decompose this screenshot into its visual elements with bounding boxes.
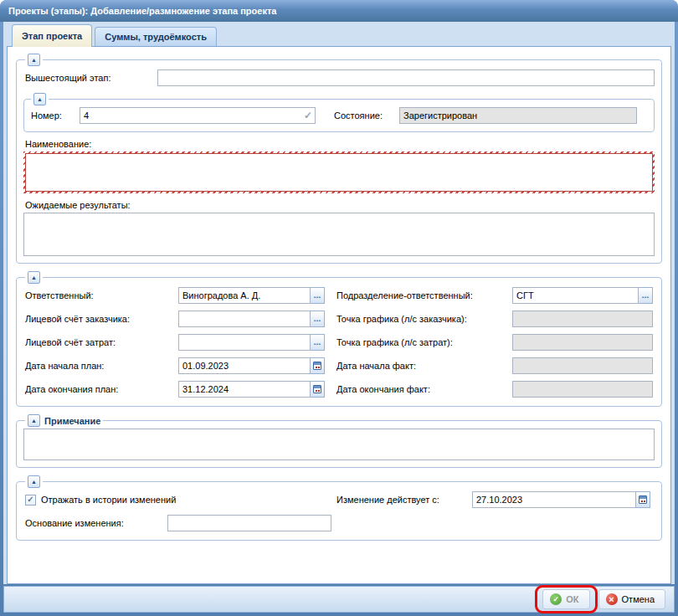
cost-schedule-point-label: Точка графика (л/с затрат): <box>335 337 512 347</box>
ellipsis-icon: … <box>314 338 321 346</box>
note-textarea[interactable] <box>23 429 655 460</box>
change-date-input[interactable] <box>472 491 636 508</box>
cancel-button[interactable]: × Отмена <box>598 589 665 609</box>
change-reason-label: Основание изменения: <box>23 518 167 528</box>
start-plan-calendar-button[interactable] <box>311 357 325 374</box>
customer-schedule-point-label: Точка графика (л/с заказчика): <box>335 314 512 324</box>
calendar-icon <box>639 495 647 504</box>
history-checkbox-label: Отражать в истории изменений <box>41 495 176 505</box>
start-plan-label: Дата начала план: <box>23 361 178 371</box>
footer-toolbar: ✓ ОК × Отмена <box>3 586 675 613</box>
change-date-calendar-button[interactable] <box>636 491 650 508</box>
form-panel: ▲ Вышестоящий этап: ▲ Номер: ✓ Состояние… <box>7 46 671 584</box>
expected-results-label: Ожидаемые результаты: <box>25 200 655 210</box>
note-legend: Примечание <box>44 416 100 426</box>
cost-account-lookup-button[interactable]: … <box>311 334 325 351</box>
department-lookup-button[interactable]: … <box>639 287 653 304</box>
ok-icon: ✓ <box>550 593 562 605</box>
tab-bar: Этап проекта Суммы, трудоёмкость <box>7 22 671 46</box>
start-plan-input[interactable] <box>178 357 311 374</box>
state-label: Состояние: <box>332 110 399 121</box>
parent-stage-input[interactable] <box>157 69 655 86</box>
ellipsis-icon: … <box>314 291 321 300</box>
ellipsis-icon: … <box>314 315 321 323</box>
collapse-icon[interactable]: ▲ <box>28 271 40 284</box>
state-input <box>399 107 637 124</box>
collapse-icon[interactable]: ▲ <box>28 475 40 488</box>
name-label: Наименование: <box>25 139 655 149</box>
responsible-lookup-button[interactable]: … <box>311 287 325 304</box>
name-field-invalid-border <box>23 151 655 193</box>
start-fact-input <box>512 357 653 374</box>
tab-sums[interactable]: Суммы, трудоёмкость <box>95 27 217 46</box>
collapse-icon[interactable]: ▲ <box>28 414 40 427</box>
customer-account-label: Лицевой счёт заказчика: <box>23 314 178 324</box>
expected-results-textarea[interactable] <box>23 213 655 256</box>
window-titlebar[interactable]: Проекты (этапы): Добавление/размножение … <box>0 0 678 22</box>
number-input[interactable] <box>80 107 316 124</box>
collapse-icon[interactable]: ▲ <box>28 54 40 66</box>
ok-button-label: ОК <box>566 594 578 604</box>
start-fact-label: Дата начала факт: <box>335 361 512 371</box>
end-fact-label: Дата окончания факт: <box>335 384 512 394</box>
calendar-icon <box>313 385 321 393</box>
responsible-label: Ответственный: <box>23 290 178 300</box>
customer-account-lookup-button[interactable]: … <box>311 311 325 327</box>
number-label: Номер: <box>29 110 80 121</box>
tab-stage-label: Этап проекта <box>22 31 82 41</box>
fieldset-main: ▲ Вышестоящий этап: ▲ Номер: ✓ Состояние… <box>16 54 662 264</box>
cost-account-input[interactable] <box>178 334 311 351</box>
tab-sums-label: Суммы, трудоёмкость <box>105 32 207 42</box>
parent-stage-label: Вышестоящий этап: <box>23 73 157 83</box>
tab-stage[interactable]: Этап проекта <box>12 24 92 47</box>
name-textarea[interactable] <box>25 153 653 192</box>
department-input[interactable] <box>512 287 639 304</box>
fieldset-details: ▲ Ответственный: … Подразделение-ответст… <box>16 271 662 407</box>
ok-button[interactable]: ✓ ОК <box>542 589 589 609</box>
change-reason-input[interactable] <box>167 515 331 531</box>
end-plan-input[interactable] <box>178 381 311 398</box>
responsible-input[interactable] <box>178 287 311 304</box>
department-label: Подразделение-ответственный: <box>335 290 512 300</box>
customer-schedule-point-input <box>512 311 653 327</box>
calendar-icon <box>313 362 321 370</box>
cancel-icon: × <box>606 593 618 605</box>
history-checkbox[interactable]: ✓ <box>25 495 36 506</box>
dialog-window: Проекты (этапы): Добавление/размножение … <box>0 0 678 616</box>
end-plan-calendar-button[interactable] <box>311 381 325 398</box>
cost-account-label: Лицевой счёт затрат: <box>23 337 178 347</box>
end-fact-input <box>512 381 653 398</box>
fieldset-number-state: ▲ Номер: ✓ Состояние: <box>23 93 655 132</box>
customer-account-input[interactable] <box>178 311 311 327</box>
collapse-icon[interactable]: ▲ <box>33 93 46 105</box>
end-plan-label: Дата окончания план: <box>23 384 178 394</box>
cancel-button-label: Отмена <box>622 594 655 604</box>
fieldset-history: ▲ ✓ Отражать в истории изменений Изменен… <box>16 475 662 541</box>
window-title: Проекты (этапы): Добавление/размножение … <box>8 6 276 16</box>
fieldset-note: ▲ Примечание <box>16 414 662 468</box>
checkbox-check-icon: ✓ <box>27 495 33 504</box>
change-date-label: Изменение действует с: <box>335 495 472 505</box>
ellipsis-icon: … <box>642 291 650 300</box>
cost-schedule-point-input <box>512 334 653 351</box>
